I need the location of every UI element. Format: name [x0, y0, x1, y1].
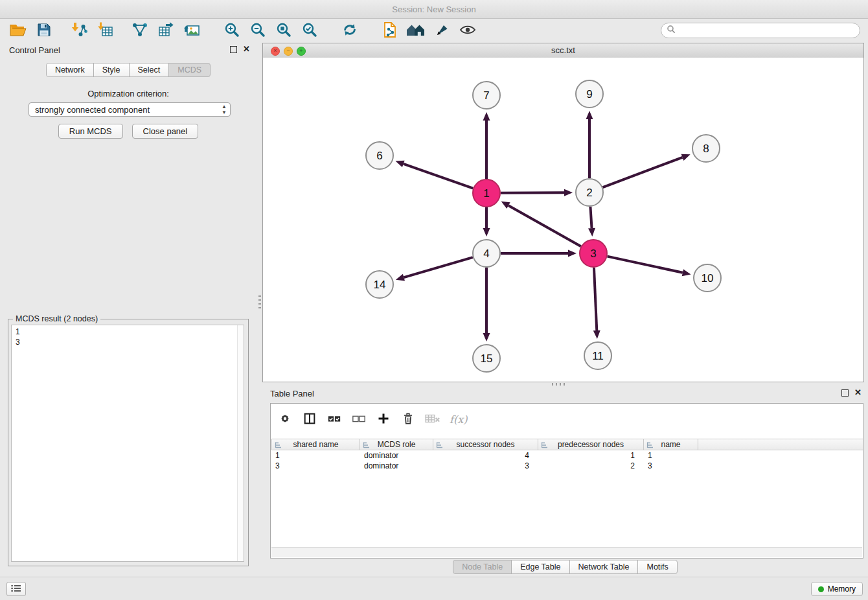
control-tab-mcds[interactable]: MCDS	[168, 63, 211, 77]
edge-arrowhead	[568, 250, 577, 257]
save-session-button[interactable]	[31, 20, 57, 41]
annotation-button[interactable]	[429, 20, 455, 41]
criterion-dropdown-value: strongly connected component	[35, 105, 150, 115]
search-input[interactable]	[676, 25, 854, 36]
delete-table-button[interactable]	[422, 410, 443, 429]
table-cell: 3	[644, 461, 698, 471]
deselect-all-button[interactable]	[348, 410, 369, 429]
memory-button[interactable]: Memory	[811, 582, 863, 596]
graph-node-11[interactable]: 11	[584, 342, 611, 369]
network-tools-button[interactable]	[127, 20, 153, 41]
graph-node-14[interactable]: 14	[366, 271, 393, 298]
edge-4-14[interactable]	[404, 257, 472, 277]
close-panel-button[interactable]: Close panel	[132, 124, 199, 139]
control-tab-select[interactable]: Select	[129, 63, 170, 77]
edge-2-3[interactable]	[590, 207, 591, 228]
graph-node-3[interactable]: 3	[580, 240, 607, 267]
network-window-title: scc.txt	[263, 45, 863, 55]
open-session-button[interactable]	[5, 20, 31, 41]
graph-node-1[interactable]: 1	[473, 179, 500, 207]
edge-3-11[interactable]	[594, 268, 597, 330]
refresh-icon	[342, 22, 358, 40]
column-header-shared-name[interactable]: shared name	[271, 439, 360, 450]
graph-node-9[interactable]: 9	[576, 80, 603, 108]
table-tab-motifs[interactable]: Motifs	[637, 560, 677, 574]
table-header-row: shared nameMCDS rolesuccessor nodesprede…	[271, 439, 863, 450]
edge-3-1[interactable]	[508, 205, 581, 246]
zoom-in-button[interactable]	[219, 20, 245, 41]
zoom-fit-button[interactable]	[271, 20, 297, 41]
edge-1-2[interactable]	[501, 192, 564, 193]
edge-arrowhead	[682, 269, 691, 276]
add-column-button[interactable]	[373, 410, 394, 429]
float-panel-icon[interactable]	[230, 46, 237, 53]
table-horizontal-scrollbar[interactable]	[271, 547, 862, 557]
import-table-button[interactable]	[92, 20, 118, 41]
show-panels-button[interactable]	[6, 582, 26, 596]
network-window-titlebar[interactable]: × − + scc.txt	[263, 43, 863, 58]
network-canvas[interactable]: 7968124314101511	[263, 58, 863, 382]
column-header-MCDS-role[interactable]: MCDS role	[360, 439, 433, 450]
graph-node-6[interactable]: 6	[366, 142, 393, 169]
edge-2-8[interactable]	[603, 157, 683, 187]
graph-node-7[interactable]: 7	[473, 82, 500, 109]
trash-icon	[401, 411, 415, 428]
dropdown-stepper-icon: ▲▼	[222, 104, 227, 115]
node-label: 2	[586, 187, 592, 199]
close-panel-icon[interactable]: ✕	[243, 45, 250, 53]
export-image-button[interactable]	[179, 20, 205, 41]
window-titlebar[interactable]: Session: New Session	[0, 0, 868, 19]
table-tab-edge-table[interactable]: Edge Table	[511, 560, 569, 574]
show-columns-button[interactable]	[299, 410, 320, 429]
graph-node-4[interactable]: 4	[473, 240, 500, 267]
table-tab-node-table[interactable]: Node Table	[453, 560, 512, 574]
zoom-in-icon	[224, 22, 240, 40]
function-builder-label[interactable]: f(x)	[447, 413, 467, 426]
file-share-icon	[382, 21, 398, 40]
edge-arrowhead	[483, 333, 490, 341]
select-all-button[interactable]	[324, 410, 345, 429]
control-tab-network[interactable]: Network	[46, 63, 94, 77]
horizontal-splitter-handle[interactable]	[552, 383, 567, 386]
edge-3-10[interactable]	[608, 257, 683, 273]
share-session-button[interactable]	[377, 20, 403, 41]
vertical-splitter-handle[interactable]	[258, 293, 261, 308]
zoom-fit-icon	[276, 22, 291, 40]
table-row[interactable]: 1dominator411	[271, 450, 862, 461]
zoom-out-button[interactable]	[245, 20, 271, 41]
search-box[interactable]	[661, 23, 860, 38]
column-header-name[interactable]: name	[644, 439, 698, 450]
criterion-dropdown[interactable]: strongly connected component ▲▼	[29, 102, 231, 117]
column-tree-icon	[646, 441, 654, 451]
float-table-panel-icon[interactable]	[841, 389, 849, 397]
table-row[interactable]: 3dominator323	[271, 461, 862, 471]
delete-column-button[interactable]	[398, 410, 418, 429]
control-tab-style[interactable]: Style	[93, 63, 130, 77]
network-graph[interactable]: 7968124314101511	[263, 58, 863, 382]
close-table-panel-icon[interactable]: ✕	[854, 389, 862, 397]
show-hide-graphics-button[interactable]	[455, 20, 481, 41]
mcds-result-value: 1	[16, 327, 244, 337]
refresh-button[interactable]	[337, 20, 363, 41]
control-panel-header: Control Panel ✕	[0, 43, 257, 58]
import-network-button[interactable]	[66, 20, 92, 41]
table-panel-header: Table Panel ✕	[262, 386, 868, 402]
column-header-successor-nodes[interactable]: successor nodes	[433, 439, 538, 450]
node-label: 9	[586, 88, 592, 100]
column-header-predecessor-nodes[interactable]: predecessor nodes	[538, 439, 644, 450]
table-body: 1dominator4113dominator323	[271, 450, 862, 471]
edge-1-6[interactable]	[404, 164, 473, 189]
network-home-button[interactable]	[403, 20, 429, 41]
zoom-selected-button[interactable]	[297, 20, 323, 41]
table-panel-title: Table Panel	[270, 389, 314, 398]
table-settings-button[interactable]	[275, 410, 295, 429]
graph-node-15[interactable]: 15	[473, 345, 500, 372]
run-mcds-button[interactable]: Run MCDS	[58, 124, 123, 139]
graph-node-2[interactable]: 2	[576, 179, 603, 206]
table-cell: 1	[271, 450, 360, 461]
mcds-result-list[interactable]: 13	[11, 325, 244, 562]
graph-node-10[interactable]: 10	[694, 264, 721, 292]
table-tab-network-table[interactable]: Network Table	[569, 560, 639, 574]
graph-node-8[interactable]: 8	[692, 135, 720, 162]
export-table-button[interactable]	[153, 20, 179, 41]
